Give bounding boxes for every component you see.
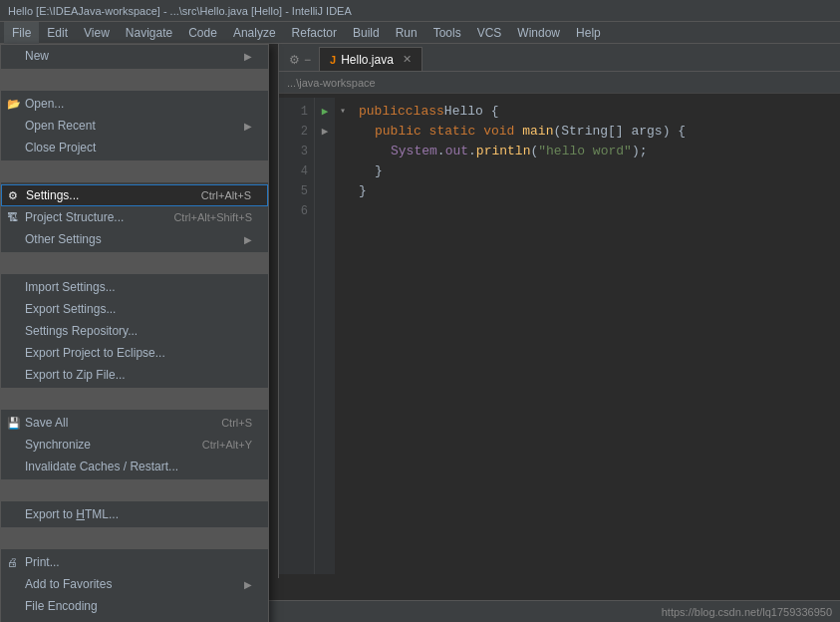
code-editor[interactable]: 1 2 3 4 5 6 ▶ ▶ (279, 94, 840, 578)
fold-2[interactable]: ▾ (335, 102, 351, 122)
settings-label: Settings... (26, 188, 79, 202)
code-line-3: System.out.println("hello word"); (359, 142, 832, 161)
breadcrumb-text: ...\java-workspace (287, 77, 376, 89)
invalidate-caches-label: Invalidate Caches / Restart... (25, 460, 178, 473)
menu-print[interactable]: 🖨 Print... (1, 551, 268, 573)
menu-close-project[interactable]: Close Project (1, 137, 268, 158)
separator-4 (1, 388, 268, 410)
gutter: ▶ ▶ (315, 98, 335, 574)
minus-icon[interactable]: − (304, 53, 311, 67)
separator-5 (1, 479, 268, 501)
synchronize-shortcut: Ctrl+Alt+Y (202, 439, 252, 451)
menu-settings[interactable]: ⚙ Settings... Ctrl+Alt+S (1, 184, 268, 206)
export-zip-label: Export to Zip File... (25, 368, 126, 382)
print-icon: 🖨 (7, 556, 18, 568)
run-button-1[interactable]: ▶ (317, 102, 333, 122)
add-favorites-arrow: ▶ (244, 579, 252, 590)
line-numbers: 1 2 3 4 5 6 (279, 98, 315, 574)
menu-file[interactable]: File (4, 22, 39, 44)
menu-export-html[interactable]: Export to HTML... (1, 503, 268, 525)
menu-export-zip[interactable]: Export to Zip File... (1, 364, 268, 386)
project-structure-shortcut: Ctrl+Alt+Shift+S (173, 211, 252, 223)
menu-open[interactable]: 📂 Open... (1, 93, 268, 115)
separator-3 (1, 252, 268, 274)
synchronize-label: Synchronize (25, 438, 91, 452)
menu-build[interactable]: Build (345, 22, 388, 44)
code-line-4: } (359, 161, 832, 181)
editor-area: ⚙ − J Hello.java ✕ ...\java-workspace 1 … (279, 44, 840, 578)
code-line-6 (359, 201, 832, 221)
print-label: Print... (25, 555, 60, 569)
tab-hello-java[interactable]: J Hello.java ✕ (319, 47, 422, 71)
menu-analyze[interactable]: Analyze (225, 22, 284, 44)
line-num-1: 1 (285, 102, 308, 122)
menu-file-encoding[interactable]: File Encoding (1, 595, 268, 617)
menu-open-recent[interactable]: Open Recent ▶ (1, 115, 268, 137)
new-arrow: ▶ (244, 51, 252, 62)
status-right: https://blog.csdn.net/lq1759336950 (662, 606, 832, 618)
menu-view[interactable]: View (76, 22, 118, 44)
menu-navigate[interactable]: Navigate (118, 22, 180, 44)
new-label: New (25, 49, 49, 63)
open-recent-arrow: ▶ (244, 121, 252, 132)
title-text: Hello [E:\IDEAJava-workspace] - ...\src\… (8, 5, 352, 17)
menu-project-structure[interactable]: 🏗 Project Structure... Ctrl+Alt+Shift+S (1, 206, 268, 228)
menu-run[interactable]: Run (388, 22, 425, 44)
line-num-6: 6 (285, 201, 308, 221)
fold-gutter: ▾ (335, 98, 351, 574)
title-bar: Hello [E:\IDEAJava-workspace] - ...\src\… (0, 0, 840, 22)
menu-new[interactable]: New ▶ (1, 45, 268, 67)
menu-settings-repository[interactable]: Settings Repository... (1, 320, 268, 342)
settings-shortcut: Ctrl+Alt+S (201, 189, 251, 201)
code-line-5: } (359, 181, 832, 201)
close-project-label: Close Project (25, 141, 96, 155)
open-icon: 📂 (7, 98, 21, 111)
export-settings-label: Export Settings... (25, 302, 116, 316)
separator-1 (1, 69, 268, 91)
import-settings-label: Import Settings... (25, 280, 116, 294)
settings-icon[interactable]: ⚙ (289, 53, 300, 67)
code-line-2: public static void main(String[] args) { (359, 122, 832, 142)
settings-repository-label: Settings Repository... (25, 324, 138, 338)
menu-export-settings[interactable]: Export Settings... (1, 298, 268, 320)
menu-add-favorites[interactable]: Add to Favorites ▶ (1, 573, 268, 595)
separator-2 (1, 160, 268, 182)
tab-controls[interactable]: ⚙ − (283, 49, 317, 71)
save-all-label: Save All (25, 416, 68, 430)
menu-edit[interactable]: Edit (39, 22, 76, 44)
other-settings-arrow: ▶ (244, 234, 252, 245)
gutter-2: ▶ (317, 122, 333, 142)
open-label: Open... (25, 97, 64, 111)
java-file-icon: J (330, 54, 336, 66)
file-dropdown-menu: New ▶ 📂 Open... Open Recent ▶ Close Proj… (0, 44, 269, 622)
separator-6 (1, 527, 268, 549)
menu-invalidate-caches[interactable]: Invalidate Caches / Restart... (1, 456, 268, 477)
menu-other-settings[interactable]: Other Settings ▶ (1, 228, 268, 250)
menu-code[interactable]: Code (180, 22, 225, 44)
tab-bar: ⚙ − J Hello.java ✕ (279, 44, 840, 72)
menu-export-eclipse[interactable]: Export Project to Eclipse... (1, 342, 268, 364)
menu-refactor[interactable]: Refactor (284, 22, 345, 44)
open-recent-label: Open Recent (25, 119, 96, 133)
code-content[interactable]: public class Hello { public static void … (351, 98, 840, 574)
menu-remove-bom: Remove BOM (1, 617, 268, 622)
breadcrumb: ...\java-workspace (279, 72, 840, 94)
project-structure-icon: 🏗 (7, 211, 18, 223)
menu-synchronize[interactable]: Synchronize Ctrl+Alt+Y (1, 434, 268, 456)
line-num-5: 5 (285, 181, 308, 201)
save-all-shortcut: Ctrl+S (221, 417, 252, 429)
status-blog-url: https://blog.csdn.net/lq1759336950 (662, 606, 832, 618)
other-settings-label: Other Settings (25, 232, 102, 246)
settings-icon: ⚙ (8, 189, 18, 202)
save-all-icon: 💾 (7, 417, 21, 430)
tab-close-icon[interactable]: ✕ (403, 53, 412, 66)
menu-help[interactable]: Help (568, 22, 609, 44)
export-eclipse-label: Export Project to Eclipse... (25, 346, 165, 360)
menu-tools[interactable]: Tools (425, 22, 469, 44)
menu-vcs[interactable]: VCS (469, 22, 510, 44)
menu-import-settings[interactable]: Import Settings... (1, 276, 268, 298)
code-line-1: public class Hello { (359, 102, 832, 122)
menu-window[interactable]: Window (509, 22, 568, 44)
menu-save-all[interactable]: 💾 Save All Ctrl+S (1, 412, 268, 434)
project-structure-label: Project Structure... (25, 210, 124, 224)
